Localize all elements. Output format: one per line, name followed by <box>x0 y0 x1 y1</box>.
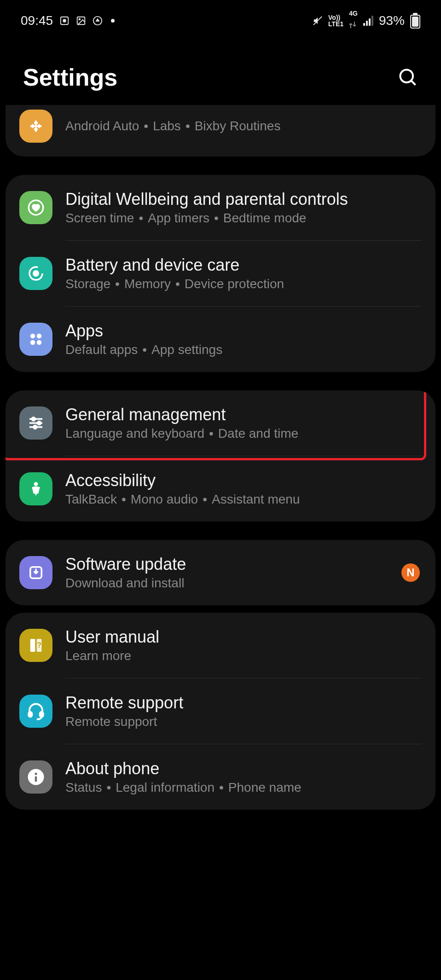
svg-point-14 <box>30 340 35 345</box>
item-title: Digital Wellbeing and parental controls <box>65 190 422 209</box>
item-subtitle: Default apps•App settings <box>65 342 422 357</box>
item-body: Battery and device careStorage•Memory•De… <box>65 255 422 291</box>
svg-point-17 <box>32 418 35 421</box>
item-subtitle: Learn more <box>65 649 422 663</box>
item-subtitle: Language and keyboard•Date and time <box>65 426 422 441</box>
settings-item-remote-support[interactable]: Remote supportRemote support <box>6 678 435 744</box>
item-subtitle: Storage•Memory•Device protection <box>65 277 422 291</box>
item-subtitle: Download and install <box>65 576 401 591</box>
item-body: User manualLearn more <box>65 627 422 663</box>
settings-item-about-phone[interactable]: About phoneStatus•Legal information•Phon… <box>6 744 435 810</box>
settings-item-general-management[interactable]: General managementLanguage and keyboard•… <box>6 390 435 456</box>
puzzle-icon <box>19 110 52 143</box>
item-body: AppsDefault apps•App settings <box>65 321 422 357</box>
status-left: 09:45 <box>21 13 115 28</box>
settings-group: Digital Wellbeing and parental controlsS… <box>6 175 435 372</box>
heart-circle-icon <box>19 191 52 224</box>
item-title: Battery and device care <box>65 255 422 275</box>
item-body: About phoneStatus•Legal information•Phon… <box>65 759 422 795</box>
search-icon[interactable] <box>398 67 418 87</box>
svg-point-13 <box>37 334 42 339</box>
signal-icon <box>363 16 373 26</box>
settings-item-user-manual[interactable]: ?User manualLearn more <box>6 613 435 678</box>
battery-care-icon <box>19 257 52 290</box>
item-body: Remote supportRemote support <box>65 693 422 729</box>
person-icon <box>19 472 52 505</box>
svg-point-22 <box>34 482 38 486</box>
svg-text:?: ? <box>37 641 41 649</box>
settings-item-software-update[interactable]: Software updateDownload and installN <box>6 540 435 605</box>
item-body: Software updateDownload and install <box>65 555 401 591</box>
svg-point-12 <box>30 334 35 339</box>
settings-group: ?User manualLearn moreRemote supportRemo… <box>6 613 435 810</box>
item-subtitle: Android Auto•Labs•Bixby Routines <box>65 119 422 133</box>
volte-label: Vo)) LTE1 <box>328 14 343 27</box>
mute-icon <box>313 16 323 26</box>
battery-percent: 93% <box>379 13 405 28</box>
item-body: Digital Wellbeing and parental controlsS… <box>65 190 422 226</box>
settings-item-apps[interactable]: AppsDefault apps•App settings <box>6 307 435 372</box>
status-bar: 09:45 Vo)) LTE1 4G 93% <box>0 0 441 36</box>
svg-point-30 <box>35 772 37 775</box>
settings-item-accessibility[interactable]: AccessibilityTalkBack•Mono audio•Assista… <box>6 456 435 522</box>
item-title: About phone <box>65 759 422 778</box>
update-icon <box>19 556 52 589</box>
settings-group: General managementLanguage and keyboard•… <box>6 390 435 522</box>
headset-icon <box>19 695 52 728</box>
sliders-icon <box>19 406 52 440</box>
svg-point-7 <box>400 70 413 83</box>
item-subtitle: Screen time•App timers•Bedtime mode <box>65 211 422 226</box>
svg-point-19 <box>38 422 41 425</box>
svg-point-3 <box>79 18 80 20</box>
item-body: AccessibilityTalkBack•Mono audio•Assista… <box>65 471 422 507</box>
page-header: Settings <box>0 36 441 105</box>
battery-icon <box>410 13 420 29</box>
data-arrows-icon <box>349 22 356 28</box>
notification-badge: N <box>401 563 420 582</box>
apps-icon <box>19 323 52 356</box>
item-title: Accessibility <box>65 471 422 490</box>
svg-point-21 <box>34 425 37 429</box>
svg-rect-31 <box>35 776 37 782</box>
settings-item-digital-wellbeing[interactable]: Digital Wellbeing and parental controlsS… <box>6 175 435 240</box>
settings-item-advanced-features[interactable]: Android Auto•Labs•Bixby Routines <box>6 105 435 157</box>
svg-point-11 <box>34 271 39 276</box>
item-subtitle: Remote support <box>65 714 422 729</box>
svg-line-8 <box>411 81 415 85</box>
image-icon <box>76 16 86 26</box>
status-time: 09:45 <box>21 13 53 28</box>
item-title: User manual <box>65 627 422 647</box>
manual-icon: ? <box>19 629 52 662</box>
page-title: Settings <box>23 64 117 91</box>
svg-rect-27 <box>29 712 32 717</box>
network-gen-label: 4G <box>349 10 358 31</box>
settings-item-battery-care[interactable]: Battery and device careStorage•Memory•De… <box>6 241 435 306</box>
item-subtitle: TalkBack•Mono audio•Assistant menu <box>65 492 422 507</box>
item-body: General managementLanguage and keyboard•… <box>65 405 422 441</box>
status-right: Vo)) LTE1 4G 93% <box>313 10 420 31</box>
update-indicator-icon <box>93 16 103 26</box>
item-title: Apps <box>65 321 422 341</box>
item-title: General management <box>65 405 422 424</box>
settings-list[interactable]: Android Auto•Labs•Bixby RoutinesDigital … <box>0 105 441 810</box>
info-icon <box>19 760 52 794</box>
settings-group: Android Auto•Labs•Bixby Routines <box>6 105 435 157</box>
svg-point-15 <box>37 340 42 345</box>
item-body: Android Auto•Labs•Bixby Routines <box>65 119 422 133</box>
app-icon-1 <box>59 16 70 26</box>
settings-group: Software updateDownload and installN <box>6 540 435 605</box>
item-title: Software update <box>65 555 401 574</box>
item-subtitle: Status•Legal information•Phone name <box>65 780 422 795</box>
dot-icon <box>111 19 115 23</box>
item-title: Remote support <box>65 693 422 713</box>
svg-marker-5 <box>95 18 99 22</box>
svg-rect-24 <box>30 639 35 652</box>
svg-point-1 <box>63 19 66 22</box>
